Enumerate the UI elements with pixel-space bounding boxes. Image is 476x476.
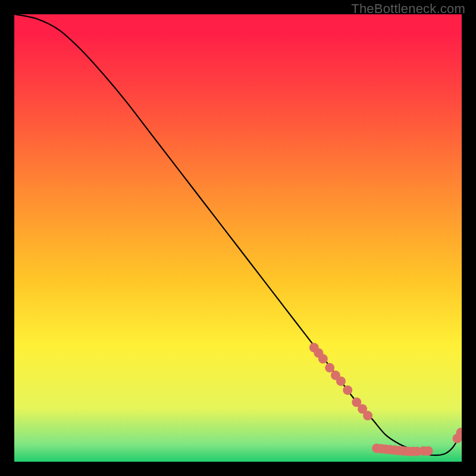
data-marker	[325, 363, 334, 372]
data-marker	[343, 386, 352, 395]
chart-root: TheBottleneck.com	[0, 0, 476, 476]
chart-svg	[14, 14, 462, 462]
plot-area	[14, 14, 462, 462]
data-marker	[336, 377, 346, 386]
data-marker	[424, 446, 433, 456]
data-marker	[318, 354, 328, 364]
bottleneck-curve-line	[14, 14, 462, 455]
data-markers	[309, 343, 462, 456]
data-marker	[363, 411, 372, 421]
